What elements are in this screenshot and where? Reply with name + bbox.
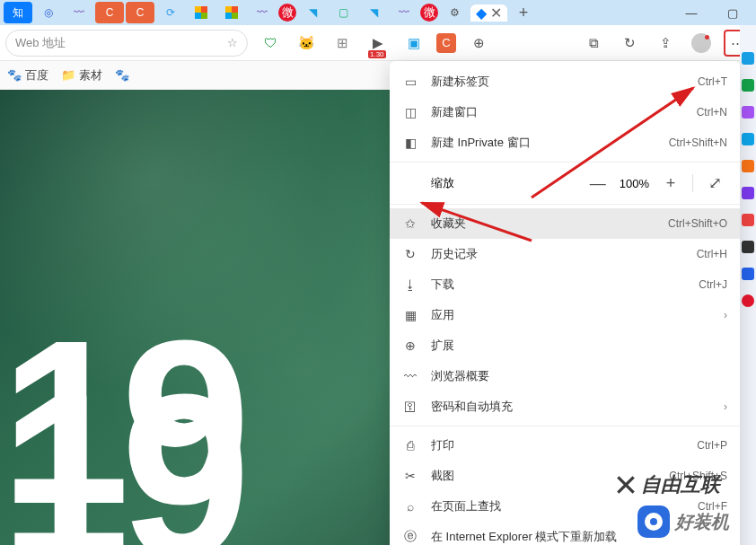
- menu-shortcut: Ctrl+T: [698, 75, 727, 88]
- sidebar-icon[interactable]: [742, 106, 754, 119]
- tab-icon[interactable]: 微: [278, 4, 296, 22]
- zoom-out-button[interactable]: —: [585, 174, 611, 193]
- bookmark-sucai[interactable]: 📁素材: [61, 67, 102, 84]
- menu-new-window[interactable]: ◫ 新建窗口 Ctrl+N: [390, 97, 740, 127]
- menu-shortcut: Ctrl+H: [697, 248, 727, 260]
- paw-icon: 🐾: [7, 68, 22, 82]
- extensions-icon[interactable]: ⊕: [465, 30, 492, 57]
- download-icon: ⭳: [402, 277, 418, 292]
- tab-icon[interactable]: 微: [420, 4, 438, 22]
- ie-icon: ⓔ: [402, 529, 418, 545]
- tab-icon[interactable]: [217, 2, 246, 23]
- menu-label: 浏览器概要: [431, 368, 727, 384]
- menu-separator: [390, 204, 740, 205]
- tab-icon[interactable]: C: [95, 2, 124, 23]
- c-icon[interactable]: C: [436, 33, 456, 53]
- tab-icon[interactable]: 〰: [390, 2, 418, 23]
- tab-icon[interactable]: ⚙: [440, 2, 469, 23]
- tab-icon[interactable]: ◥: [298, 2, 327, 23]
- edge-sidebar: [740, 25, 756, 545]
- zoom-label: 缩放: [431, 175, 485, 191]
- menu-label: 新建 InPrivate 窗口: [431, 135, 656, 151]
- sidebar-icon[interactable]: [742, 187, 754, 199]
- extensions-icon: ⊕: [402, 338, 418, 353]
- menu-label: 密码和自动填充: [431, 399, 711, 415]
- profile-avatar[interactable]: [688, 30, 715, 57]
- sidebar-icon[interactable]: [742, 241, 754, 253]
- tab-strip: 知 ◎ 〰 C C ⟳ 〰 微 ◥ ▢ ◥ 〰 微 ⚙ ◆ ✕ + — ▢: [0, 0, 756, 25]
- menu-label: 下载: [431, 277, 686, 293]
- apps-icon: ▦: [402, 308, 418, 322]
- menu-new-tab[interactable]: ▭ 新建标签页 Ctrl+T: [390, 66, 740, 97]
- big-number: 19: [0, 371, 242, 545]
- watermark: 自由互联: [614, 471, 720, 498]
- app-icon[interactable]: ▣: [400, 30, 427, 57]
- menu-label: 新建标签页: [431, 74, 685, 90]
- new-window-icon: ◫: [402, 105, 418, 119]
- watermark-text: 好装机: [675, 510, 729, 534]
- address-bar[interactable]: Web 地址 ☆: [5, 30, 248, 57]
- sidebar-icon[interactable]: [742, 268, 754, 280]
- sidebar-icon[interactable]: [742, 52, 754, 65]
- menu-extensions[interactable]: ⊕ 扩展: [390, 330, 740, 361]
- inprivate-icon: ◧: [402, 136, 418, 150]
- share-icon[interactable]: ⇪: [652, 30, 679, 57]
- menu-browser-overview[interactable]: 〰 浏览器概要: [390, 361, 740, 391]
- menu-label: 新建窗口: [431, 104, 684, 120]
- tab-icon[interactable]: 〰: [65, 2, 93, 23]
- folder-icon: 📁: [61, 68, 75, 82]
- tab-icon[interactable]: ⟳: [156, 2, 185, 23]
- sidebar-icon[interactable]: [742, 294, 754, 307]
- menu-zoom: 缩放 — 100% + ⤢: [390, 166, 740, 200]
- tab-icon[interactable]: ◎: [34, 2, 63, 23]
- menu-favorites[interactable]: ✩ 收藏夹 Ctrl+Shift+O: [390, 208, 740, 239]
- bookmark-baidu[interactable]: 🐾百度: [7, 67, 48, 84]
- tab-icon[interactable]: ◥: [359, 2, 388, 23]
- active-tab[interactable]: ◆ ✕: [470, 4, 507, 22]
- menu-history[interactable]: ↻ 历史记录 Ctrl+H: [390, 239, 740, 269]
- bookmark-label: 百度: [25, 67, 48, 84]
- bookmark-item[interactable]: 🐾: [115, 68, 129, 82]
- cat-icon[interactable]: 🐱: [293, 30, 320, 57]
- history-icon: ↻: [402, 247, 418, 261]
- collections-icon[interactable]: ⧉: [580, 30, 607, 57]
- fullscreen-icon[interactable]: ⤢: [702, 173, 727, 193]
- menu-passwords[interactable]: ⚿ 密码和自动填充 ›: [390, 391, 740, 422]
- minimize-button[interactable]: —: [672, 0, 711, 25]
- tab-icon[interactable]: C: [126, 2, 154, 23]
- favorite-star-icon[interactable]: ☆: [227, 36, 238, 49]
- play-store-icon[interactable]: ▶1.30: [365, 30, 391, 57]
- menu-shortcut: Ctrl+P: [697, 439, 727, 452]
- tab-icon[interactable]: [187, 2, 215, 23]
- menu-downloads[interactable]: ⭳ 下载 Ctrl+J: [390, 269, 740, 300]
- tab-icon[interactable]: 知: [4, 2, 32, 23]
- chevron-right-icon: ›: [724, 309, 727, 321]
- menu-shortcut: Ctrl+Shift+N: [669, 136, 727, 149]
- close-tab-icon[interactable]: ✕: [490, 4, 502, 22]
- tab-icon[interactable]: ▢: [329, 2, 357, 23]
- menu-print[interactable]: ⎙ 打印 Ctrl+P: [390, 430, 740, 461]
- history-icon[interactable]: ↻: [616, 30, 643, 57]
- zoom-value: 100%: [620, 177, 649, 190]
- star-icon: ✩: [402, 216, 418, 231]
- new-tab-button[interactable]: +: [509, 2, 538, 23]
- tab-icon[interactable]: 〰: [248, 2, 277, 23]
- watermark: 好装机: [637, 505, 729, 538]
- puzzle-icon[interactable]: ⊞: [329, 30, 356, 57]
- maximize-button[interactable]: ▢: [713, 0, 752, 25]
- new-tab-icon: ▭: [402, 75, 418, 89]
- menu-label: 扩展: [431, 338, 727, 354]
- zoom-in-button[interactable]: +: [658, 174, 683, 193]
- menu-shortcut: Ctrl+J: [699, 278, 727, 291]
- menu-shortcut: Ctrl+Shift+O: [668, 217, 727, 230]
- sidebar-icon[interactable]: [742, 133, 754, 145]
- sidebar-icon[interactable]: [742, 160, 754, 172]
- sidebar-icon[interactable]: [742, 79, 754, 92]
- tab-favicon: ◆: [476, 4, 487, 22]
- menu-label: 历史记录: [431, 246, 684, 262]
- key-icon: ⚿: [402, 400, 418, 414]
- shield-icon[interactable]: 🛡: [257, 30, 284, 57]
- menu-new-inprivate[interactable]: ◧ 新建 InPrivate 窗口 Ctrl+Shift+N: [390, 127, 740, 158]
- sidebar-icon[interactable]: [742, 214, 754, 226]
- menu-apps[interactable]: ▦ 应用 ›: [390, 300, 740, 330]
